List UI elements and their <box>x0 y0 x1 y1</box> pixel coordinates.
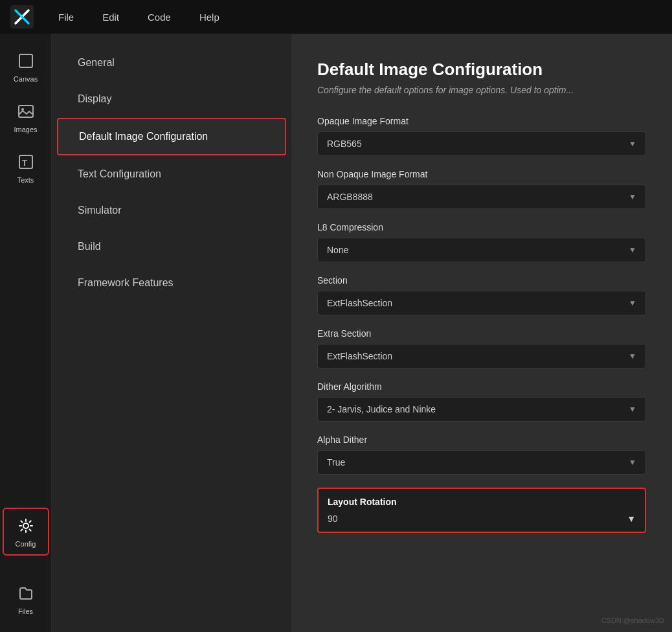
app-logo <box>10 5 34 28</box>
alpha-dither-value: True <box>327 457 345 468</box>
menu-code[interactable]: Code <box>144 9 175 25</box>
section-value: ExtFlashSection <box>327 298 392 308</box>
chevron-down-icon: ▼ <box>629 458 636 467</box>
chevron-down-icon: ▼ <box>629 352 636 361</box>
non-opaque-format-label: Non Opaque Image Format <box>317 169 646 179</box>
svg-text:T: T <box>22 158 27 168</box>
dither-algorithm-label: Dither Algorithm <box>317 381 646 392</box>
alpha-dither-group: Alpha Dither True ▼ <box>317 435 646 475</box>
menu-edit[interactable]: Edit <box>98 9 123 25</box>
dither-algorithm-select[interactable]: 2- Jarvis, Judice and Ninke ▼ <box>317 397 646 422</box>
non-opaque-format-value: ARGB8888 <box>327 192 373 202</box>
nav-display[interactable]: Display <box>57 82 286 117</box>
section-select[interactable]: ExtFlashSection ▼ <box>317 291 646 315</box>
l8-compression-select[interactable]: None ▼ <box>317 238 646 262</box>
chevron-down-icon: ▼ <box>629 405 636 414</box>
nav-default-image[interactable]: Default Image Configuration <box>57 118 286 155</box>
texts-icon: T <box>16 152 36 172</box>
svg-line-1 <box>22 10 28 17</box>
non-opaque-format-group: Non Opaque Image Format ARGB8888 ▼ <box>317 169 646 209</box>
sidebar-item-files[interactable]: Files <box>3 576 49 622</box>
watermark: CSDN @shadow3D <box>601 616 664 624</box>
l8-compression-group: L8 Compression None ▼ <box>317 222 646 262</box>
images-label: Images <box>14 126 37 133</box>
nav-panel: General Display Default Image Configurat… <box>52 34 291 632</box>
non-opaque-format-select[interactable]: ARGB8888 ▼ <box>317 185 646 209</box>
menu-file[interactable]: File <box>54 9 78 25</box>
nav-general[interactable]: General <box>57 45 286 80</box>
nav-build[interactable]: Build <box>57 229 286 264</box>
l8-compression-label: L8 Compression <box>317 222 646 232</box>
section-label: Section <box>317 275 646 286</box>
main-layout: Canvas Images T Texts <box>0 34 672 632</box>
svg-point-9 <box>23 523 28 528</box>
extra-section-label: Extra Section <box>317 328 646 339</box>
svg-line-3 <box>22 17 28 23</box>
page-subtitle: Configure the default options for image … <box>317 85 646 95</box>
texts-label: Texts <box>17 176 34 184</box>
nav-text-config[interactable]: Text Configuration <box>57 157 286 192</box>
l8-compression-value: None <box>327 245 348 255</box>
content-panel: Default Image Configuration Configure th… <box>291 34 672 632</box>
menu-bar: File Edit Code Help <box>0 0 672 34</box>
images-icon <box>16 101 36 122</box>
canvas-icon <box>16 51 36 71</box>
nav-simulator[interactable]: Simulator <box>57 193 286 228</box>
chevron-down-icon: ▼ <box>629 245 636 254</box>
extra-section-select[interactable]: ExtFlashSection ▼ <box>317 344 646 368</box>
sidebar-item-texts[interactable]: T Texts <box>3 145 49 190</box>
svg-line-2 <box>16 17 22 23</box>
sidebar-item-config[interactable]: Config <box>3 508 49 556</box>
page-title: Default Image Configuration <box>317 60 646 80</box>
menu-help[interactable]: Help <box>196 9 223 25</box>
opaque-format-value: RGB565 <box>327 139 362 149</box>
canvas-label: Canvas <box>14 75 38 83</box>
alpha-dither-select[interactable]: True ▼ <box>317 450 646 475</box>
files-icon <box>16 583 36 604</box>
layout-rotation-box: Layout Rotation 90 ▼ <box>317 488 646 533</box>
layout-rotation-value: 90 <box>328 514 338 524</box>
sidebar-item-canvas[interactable]: Canvas <box>3 44 49 89</box>
chevron-down-icon: ▼ <box>629 192 636 201</box>
config-label: Config <box>16 540 36 548</box>
svg-line-0 <box>16 10 22 17</box>
layout-rotation-label: Layout Rotation <box>328 497 636 507</box>
opaque-format-select[interactable]: RGB565 ▼ <box>317 131 646 156</box>
opaque-format-group: Opaque Image Format RGB565 ▼ <box>317 116 646 156</box>
alpha-dither-label: Alpha Dither <box>317 435 646 445</box>
dither-algorithm-group: Dither Algorithm 2- Jarvis, Judice and N… <box>317 381 646 422</box>
sidebar-item-images[interactable]: Images <box>3 95 49 140</box>
opaque-format-label: Opaque Image Format <box>317 116 646 126</box>
layout-rotation-select[interactable]: 90 ▼ <box>328 514 636 524</box>
chevron-down-icon: ▼ <box>629 299 636 308</box>
icon-sidebar: Canvas Images T Texts <box>0 34 52 632</box>
svg-rect-4 <box>19 54 32 67</box>
dither-algorithm-value: 2- Jarvis, Judice and Ninke <box>327 404 436 414</box>
extra-section-group: Extra Section ExtFlashSection ▼ <box>317 328 646 368</box>
svg-rect-5 <box>19 106 33 117</box>
chevron-down-icon: ▼ <box>627 514 636 524</box>
nav-framework[interactable]: Framework Features <box>57 265 286 300</box>
section-group: Section ExtFlashSection ▼ <box>317 275 646 315</box>
chevron-down-icon: ▼ <box>629 139 636 148</box>
extra-section-value: ExtFlashSection <box>327 351 392 361</box>
config-icon <box>16 515 36 536</box>
files-label: Files <box>18 607 33 615</box>
